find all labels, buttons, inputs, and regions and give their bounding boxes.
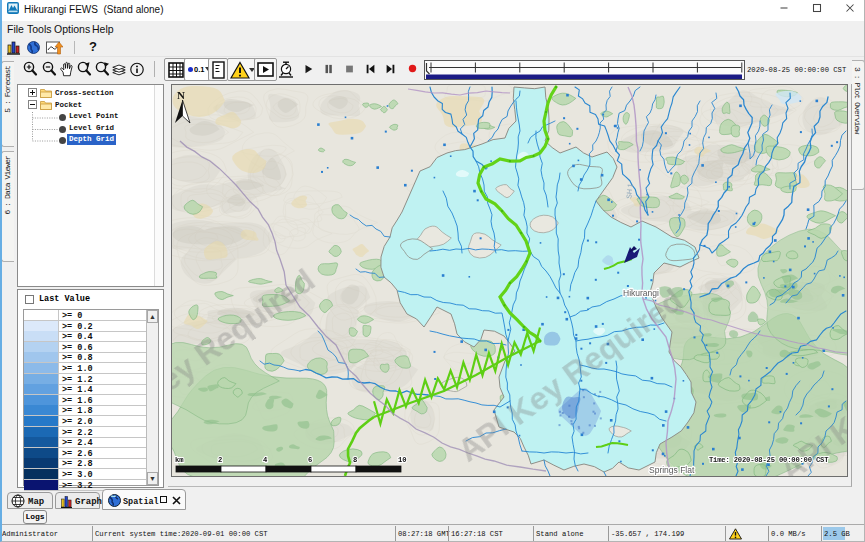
- svg-text:SH 1: SH 1: [625, 183, 633, 199]
- svg-text:N: N: [177, 89, 185, 101]
- svg-text:4: 4: [263, 456, 268, 464]
- svg-text:Time: 2020-08-25 00:00:00 CST: Time: 2020-08-25 00:00:00 CST: [709, 456, 829, 464]
- svg-text:Springs Flat: Springs Flat: [649, 465, 695, 475]
- svg-text:8: 8: [353, 456, 357, 464]
- svg-text:10: 10: [398, 456, 407, 464]
- svg-text:2: 2: [218, 456, 222, 464]
- svg-text:6: 6: [308, 456, 312, 464]
- svg-text:km: km: [175, 456, 184, 464]
- svg-text:Hikurangi: Hikurangi: [623, 288, 659, 298]
